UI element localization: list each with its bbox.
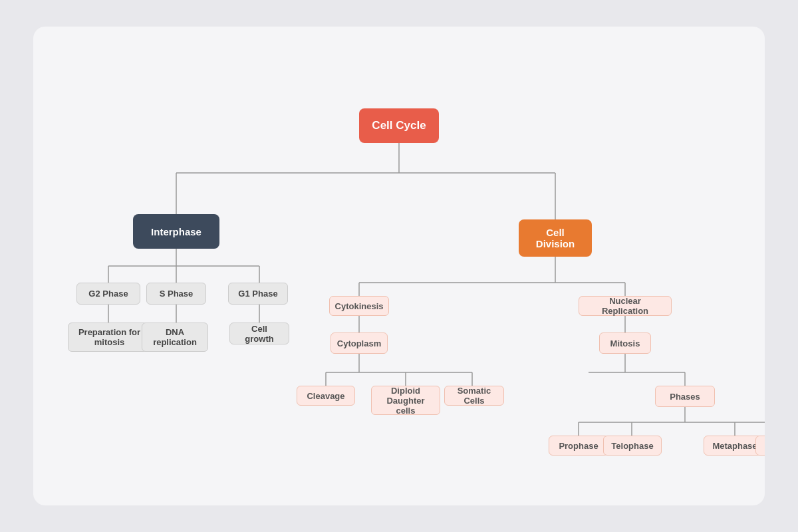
cytoplasm-node: Cytoplasm xyxy=(331,332,388,354)
mitosis-node: Mitosis xyxy=(599,332,651,354)
root-node: Cell Cycle xyxy=(359,108,439,143)
diploid-daughter-node: Diploid Daughter cells xyxy=(371,386,440,415)
connectors-svg xyxy=(33,27,765,505)
telophase-label: Telophase xyxy=(611,441,653,451)
g2-phase-node: G2 Phase xyxy=(76,283,140,305)
nuclear-replication-label: Nuclear Replication xyxy=(587,296,663,316)
diploid-label: Diploid Daughter cells xyxy=(380,386,432,416)
cell-division-label: Cell Division xyxy=(536,227,575,249)
prophase-label: Prophase xyxy=(559,441,598,451)
s-label: S Phase xyxy=(160,289,194,299)
interphase-node: Interphase xyxy=(133,214,219,249)
cell-growth-node: Cell growth xyxy=(229,323,289,344)
mitosis-label: Mitosis xyxy=(610,338,640,348)
prep-label: Preparation for mitosis xyxy=(78,327,140,347)
metaphase-label: Metaphase xyxy=(712,441,757,451)
phases-label: Phases xyxy=(670,392,700,402)
dna-replication-node: DNA replication xyxy=(142,323,208,352)
nuclear-replication-node: Nuclear Replication xyxy=(579,296,672,316)
prophase-node: Prophase xyxy=(549,436,608,456)
g2-label: G2 Phase xyxy=(88,289,128,299)
cell-growth-label: Cell growth xyxy=(238,324,281,344)
g1-phase-node: G1 Phase xyxy=(228,283,288,305)
cell-division-node: Cell Division xyxy=(519,219,592,257)
cleavage-node: Cleavage xyxy=(297,386,355,406)
cytokinesis-node: Cytokinesis xyxy=(329,296,389,316)
g1-label: G1 Phase xyxy=(238,289,277,299)
cleavage-label: Cleavage xyxy=(307,391,344,401)
phases-node: Phases xyxy=(655,386,715,407)
interphase-label: Interphase xyxy=(151,226,201,237)
cytokinesis-label: Cytokinesis xyxy=(335,301,384,311)
somatic-label: Somatic Cells xyxy=(453,386,495,406)
root-label: Cell Cycle xyxy=(372,119,426,132)
dna-label: DNA replication xyxy=(153,327,197,347)
cytoplasm-label: Cytoplasm xyxy=(337,338,381,348)
diagram-container: Cell Cycle Interphase Cell Division G2 P… xyxy=(33,27,765,505)
s-phase-node: S Phase xyxy=(146,283,206,305)
telophase-node: Telophase xyxy=(603,436,662,456)
anaphase-node: Anaphase xyxy=(755,436,765,456)
prep-mitosis-node: Preparation for mitosis xyxy=(68,323,151,352)
somatic-cells-node: Somatic Cells xyxy=(444,386,504,406)
